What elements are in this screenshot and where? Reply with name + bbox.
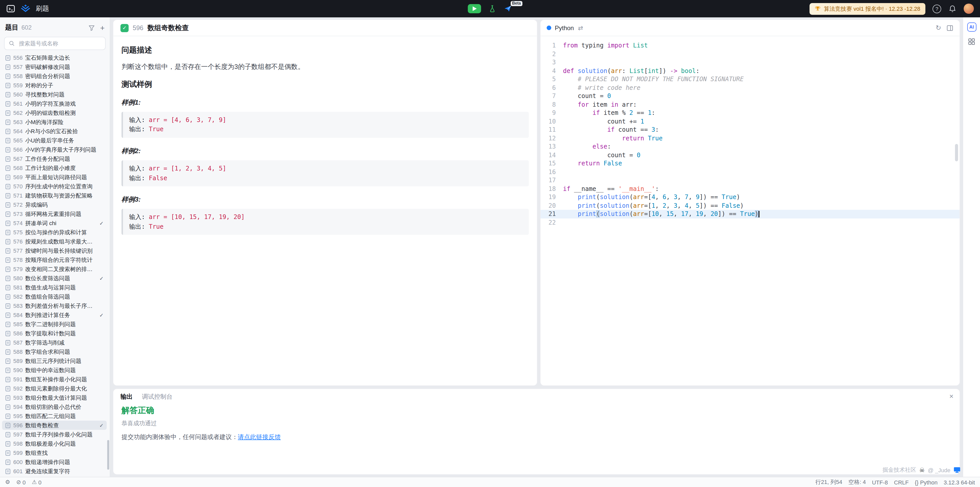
code-line[interactable]: 4def solution(arr: List[int]) -> bool: <box>541 67 959 75</box>
problem-list-item[interactable]: 569 平面上最短访问路径问题 ✓ <box>2 173 107 182</box>
problem-list-item[interactable]: 563 小M的海洋探险 ✓ <box>2 118 107 127</box>
problem-list-item[interactable]: 588 数字组合求和问题 ✓ <box>2 347 107 356</box>
problem-list-item[interactable]: 557 密码破解修改问题 ✓ <box>2 62 107 72</box>
code-line[interactable]: 15 return False <box>541 159 959 168</box>
problem-list-item[interactable]: 556 宝石矩阵最大边长 ✓ <box>2 53 107 62</box>
tab-output[interactable]: 输出 <box>121 392 133 401</box>
cursor-position[interactable]: 行21, 列54 <box>815 478 842 486</box>
problem-list-item[interactable]: 597 数组子序列操作最小化问题 ✓ <box>2 430 107 439</box>
problem-list-item[interactable]: 566 小V的字典序最大子序列问题 ✓ <box>2 145 107 154</box>
code-line[interactable]: 17 <box>541 176 959 185</box>
code-line[interactable]: 22 <box>541 218 959 227</box>
problem-list-item[interactable]: 562 小明的锯齿数组检测 ✓ <box>2 108 107 118</box>
warnings-indicator[interactable]: ⚠0 <box>32 479 41 485</box>
reset-code-icon[interactable]: ↻ <box>935 24 941 32</box>
flask-icon[interactable] <box>488 5 496 13</box>
problem-list-item[interactable]: 598 数组极差最小化问题 ✓ <box>2 439 107 448</box>
problem-list-item[interactable]: 587 数字筛选与削减 ✓ <box>2 338 107 347</box>
code-line[interactable]: 21 print(solution(arr=[10, 15, 17, 19, 2… <box>541 210 959 218</box>
problem-list-item[interactable]: 574 拼凑单词 chi ✓ <box>2 218 107 228</box>
problem-list-item[interactable]: 589 数组三元序列统计问题 ✓ <box>2 356 107 366</box>
problem-list-item[interactable]: 591 数组互补操作最小化问题 ✓ <box>2 375 107 384</box>
problem-list-item[interactable]: 571 建筑物获取与资源分配策略 ✓ <box>2 191 107 200</box>
problem-list-item[interactable]: 573 循环网格元素重排问题 ✓ <box>2 209 107 218</box>
switch-language-icon[interactable]: ⇄ <box>578 24 583 32</box>
juejin-logo-icon[interactable] <box>21 4 30 13</box>
code-line[interactable]: 9 if item % 2 == 1: <box>541 109 959 117</box>
code-line[interactable]: 7 count = 0 <box>541 92 959 100</box>
split-view-icon[interactable] <box>946 24 953 32</box>
close-icon[interactable]: × <box>950 393 953 400</box>
sidebar-scrollbar[interactable] <box>107 440 109 469</box>
console-app-icon[interactable] <box>6 4 15 13</box>
run-button[interactable] <box>468 4 481 13</box>
code-line[interactable]: 18if __name__ == '__main__': <box>541 185 959 193</box>
problem-list-item[interactable]: 582 数值组合筛选问题 ✓ <box>2 292 107 301</box>
runtime-version[interactable]: 3.12.3 64-bit <box>944 479 975 485</box>
problem-list-item[interactable]: 594 数组切割的最小总代价 ✓ <box>2 402 107 411</box>
language-mode[interactable]: {}Python <box>915 479 937 485</box>
editor-scrollbar[interactable] <box>955 144 958 161</box>
eol-setting[interactable]: CRLF <box>894 479 908 485</box>
errors-indicator[interactable]: ⊘0 <box>16 479 26 485</box>
code-line[interactable]: 6 # write code here <box>541 83 959 92</box>
problem-list-item[interactable]: 575 按位与操作的异或和计算 ✓ <box>2 228 107 237</box>
problem-list-item[interactable]: 585 数字二进制排列问题 ✓ <box>2 320 107 329</box>
problem-list-item[interactable]: 561 小明的字符互换游戏 ✓ <box>2 99 107 108</box>
code-editor[interactable]: 1from typing import List234def solution(… <box>541 36 959 227</box>
problem-list-item[interactable]: 577 按键时间与最长持续键识别 ✓ <box>2 246 107 255</box>
problem-list-item[interactable]: 558 密码组合分析问题 ✓ <box>2 72 107 81</box>
code-line[interactable]: 13 else: <box>541 142 959 151</box>
code-line[interactable]: 20 print(solution(arr=[1, 2, 3, 4, 5]) =… <box>541 201 959 210</box>
bell-icon[interactable] <box>948 5 956 13</box>
encoding[interactable]: UTF-8 <box>872 479 888 485</box>
code-line[interactable]: 11 if count == 3: <box>541 126 959 134</box>
avatar[interactable] <box>964 3 974 14</box>
feedback-link[interactable]: 请点此链接反馈 <box>238 433 281 441</box>
problem-list-item[interactable]: 581 数值生成与运算问题 ✓ <box>2 283 107 292</box>
language-tab[interactable]: Python <box>555 24 574 32</box>
problem-list-item[interactable]: 601 避免连续重复字符 ✓ <box>2 466 107 476</box>
problem-list-item[interactable]: 559 对称的分子 ✓ <box>2 81 107 90</box>
problem-list-item[interactable]: 564 小R与小S的宝石捡拾 ✓ <box>2 127 107 136</box>
problem-list-item[interactable]: 596 数组奇数检查 ✓ <box>2 421 107 430</box>
code-line[interactable]: 16 <box>541 168 959 176</box>
search-input[interactable] <box>18 40 101 47</box>
problem-list-item[interactable]: 590 数组中的幸运数问题 ✓ <box>2 366 107 375</box>
contest-badge[interactable]: 算法竞技赛 vol1 报名中! · 12.23 -12.28 <box>810 3 925 14</box>
code-line[interactable]: 19 print(solution(arr=[4, 6, 3, 7, 9]) =… <box>541 193 959 201</box>
problem-list-item[interactable]: 565 小U的最后字串任务 ✓ <box>2 136 107 145</box>
problem-list-item[interactable]: 583 数列差值分析与最长子序列问题 ✓ <box>2 301 107 310</box>
problem-list-item[interactable]: 579 改变相同二叉搜索树的排列方案数 ✓ <box>2 264 107 274</box>
add-icon[interactable]: + <box>100 24 105 32</box>
problem-list-item[interactable]: 595 数组匹配二元组问题 ✓ <box>2 411 107 421</box>
problem-list-item[interactable]: 572 异或编码 ✓ <box>2 200 107 209</box>
problem-list-item[interactable]: 586 数字提取和计数问题 ✓ <box>2 329 107 338</box>
problem-list-item[interactable]: 578 按顺序组合的元音字符统计 ✓ <box>2 255 107 264</box>
screen-monitor-icon[interactable] <box>953 466 961 473</box>
tab-debug-console[interactable]: 调试控制台 <box>142 392 172 401</box>
code-line[interactable]: 14 count = 0 <box>541 151 959 159</box>
problem-list-item[interactable]: 560 寻找整数对问题 ✓ <box>2 90 107 99</box>
code-line[interactable]: 2 <box>541 50 959 58</box>
code-line[interactable]: 1from typing import List <box>541 41 959 50</box>
problem-list-item[interactable]: 567 工作任务分配问题 ✓ <box>2 154 107 163</box>
code-line[interactable]: 10 count += 1 <box>541 117 959 126</box>
problem-list-item[interactable]: 580 数位长度筛选问题 ✓ <box>2 274 107 283</box>
problem-list-item[interactable]: 568 工作计划的最小难度 ✓ <box>2 163 107 173</box>
problem-list-item[interactable]: 584 数列推进计算任务 ✓ <box>2 310 107 320</box>
problem-list-item[interactable]: 592 数组元素删除得分最大化 ✓ <box>2 384 107 393</box>
apps-grid-icon[interactable] <box>968 38 975 45</box>
problem-list-item[interactable]: 593 数组分数最大值计算问题 ✓ <box>2 393 107 402</box>
code-line[interactable]: 5 # PLEASE DO NOT MODIFY THE FUNCTION SI… <box>541 75 959 83</box>
problem-list-item[interactable]: 576 按规则生成数组与求最大值问题 ✓ <box>2 237 107 246</box>
code-line[interactable]: 8 for item in arr: <box>541 100 959 109</box>
problem-list-item[interactable]: 570 序列生成中的特定位置查询 ✓ <box>2 182 107 191</box>
indent-setting[interactable]: 空格: 4 <box>848 478 865 486</box>
settings-gear-icon[interactable]: ⚙ <box>5 479 10 485</box>
code-line[interactable]: 3 <box>541 58 959 67</box>
problem-list-item[interactable]: 599 数组查找 ✓ <box>2 448 107 457</box>
code-line[interactable]: 12 return True <box>541 134 959 142</box>
share-plane-icon[interactable]: Beta <box>504 5 512 13</box>
help-icon[interactable]: ? <box>932 4 941 13</box>
